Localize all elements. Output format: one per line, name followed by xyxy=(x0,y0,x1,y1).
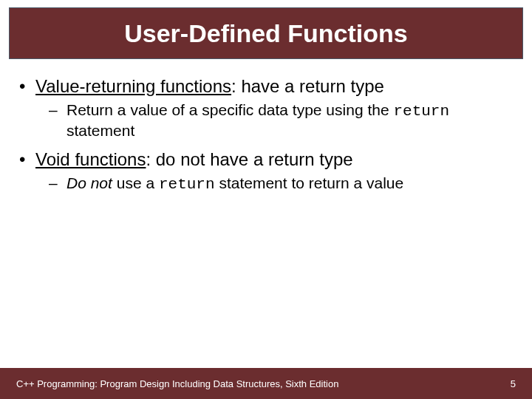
sub-text-mid: use a xyxy=(112,174,159,191)
title-bar: User-Defined Functions xyxy=(9,7,523,59)
content-area: Value-returning functions: have a return… xyxy=(15,71,517,202)
page-number: 5 xyxy=(511,378,516,389)
emphasis-do-not: Do not xyxy=(66,174,112,191)
term: Value-returning functions xyxy=(35,76,231,96)
sub-text-pre: Return a value of a specific data type u… xyxy=(66,101,393,118)
code-return: return xyxy=(159,176,215,193)
slide: User-Defined Functions Value-returning f… xyxy=(0,0,532,399)
sub-bullet-return-value: Return a value of a specific data type u… xyxy=(15,100,517,141)
slide-title: User-Defined Functions xyxy=(124,19,407,48)
bullet-value-returning: Value-returning functions: have a return… xyxy=(15,75,517,98)
sub-bullet-do-not-return: Do not use a return statement to return … xyxy=(15,174,517,194)
sub-text-post: statement xyxy=(66,122,134,139)
bullet-text: : do not have a return type xyxy=(146,149,352,169)
footer-bar: C++ Programming: Program Design Includin… xyxy=(0,368,532,399)
bullet-void-functions: Void functions: do not have a return typ… xyxy=(15,149,517,171)
footer-text: C++ Programming: Program Design Includin… xyxy=(16,378,338,389)
term: Void functions xyxy=(35,149,146,169)
code-return: return xyxy=(393,103,449,120)
sub-text-post: statement to return a value xyxy=(215,174,404,191)
bullet-text: : have a return type xyxy=(231,76,384,96)
